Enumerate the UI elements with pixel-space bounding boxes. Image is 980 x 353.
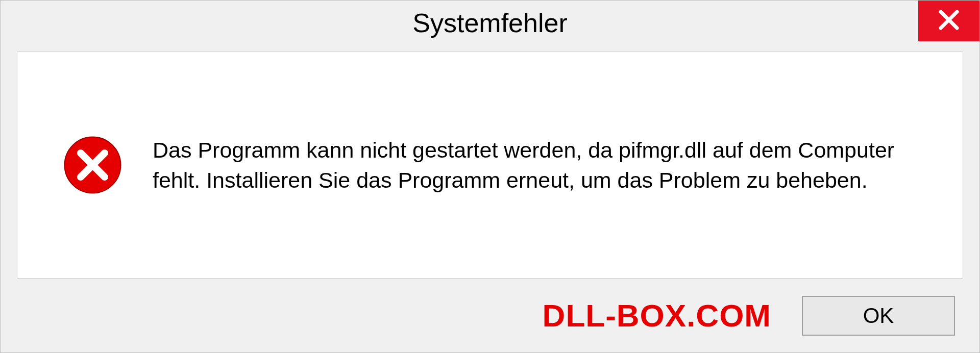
- error-icon: [63, 136, 122, 194]
- dialog-footer: DLL-BOX.COM OK: [1, 279, 979, 352]
- close-icon: [937, 8, 961, 34]
- error-message: Das Programm kann nicht gestartet werden…: [153, 135, 922, 194]
- ok-button[interactable]: OK: [802, 296, 955, 336]
- error-dialog: Systemfehler Das Programm kann nicht ges…: [0, 0, 980, 353]
- watermark-text: DLL-BOX.COM: [543, 297, 771, 334]
- dialog-title: Systemfehler: [412, 8, 567, 38]
- close-button[interactable]: [918, 1, 979, 41]
- content-area: Das Programm kann nicht gestartet werden…: [17, 52, 963, 279]
- titlebar: Systemfehler: [1, 1, 979, 45]
